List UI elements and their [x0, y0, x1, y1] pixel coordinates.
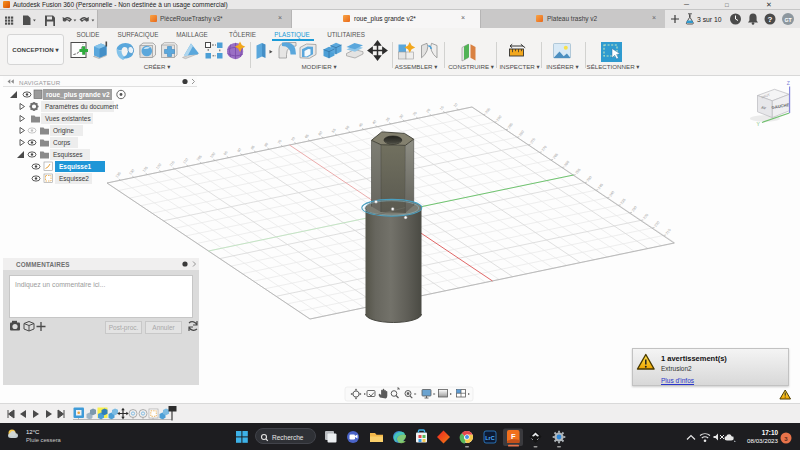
svg-text:50: 50 [345, 125, 351, 131]
svg-text:?: ? [768, 15, 773, 24]
svg-text:260: 260 [563, 160, 570, 167]
svg-text:250: 250 [586, 175, 593, 182]
svg-text:LrC: LrC [485, 435, 495, 441]
svg-text:225: 225 [642, 213, 649, 220]
svg-text:Z: Z [787, 80, 790, 86]
svg-text:240: 240 [609, 190, 616, 197]
svg-text:215: 215 [665, 228, 672, 235]
svg-text:95: 95 [223, 150, 229, 156]
svg-text:70: 70 [291, 136, 297, 142]
svg-text:Paramètres du document: Paramètres du document [45, 103, 118, 110]
svg-text:290: 290 [496, 115, 503, 122]
svg-text:Pluie cessera: Pluie cessera [26, 437, 62, 443]
svg-text:245: 245 [597, 183, 604, 190]
svg-text:17:10: 17:10 [762, 429, 779, 436]
svg-text:40: 40 [372, 120, 378, 126]
svg-text:295: 295 [484, 107, 491, 114]
svg-text:230: 230 [631, 205, 638, 212]
svg-text:Recherche: Recherche [272, 434, 304, 441]
svg-text:08/03/2023: 08/03/2023 [747, 437, 779, 444]
svg-text:35: 35 [385, 117, 391, 123]
svg-text:F: F [511, 432, 516, 441]
svg-text:25: 25 [412, 111, 418, 117]
svg-text:Origine: Origine [53, 127, 74, 135]
svg-text:65: 65 [304, 134, 310, 140]
svg-text:12°C: 12°C [26, 429, 40, 435]
svg-text:220: 220 [654, 221, 661, 228]
svg-text:255: 255 [575, 168, 582, 175]
svg-text:10: 10 [453, 103, 459, 109]
svg-text:Vues existantes: Vues existantes [45, 115, 91, 122]
svg-text:Corps: Corps [53, 139, 71, 147]
svg-text:roue_plus grande v2: roue_plus grande v2 [46, 91, 110, 99]
svg-text:Esquisses: Esquisses [53, 151, 83, 159]
svg-text:285: 285 [507, 122, 514, 129]
svg-text:20: 20 [426, 108, 432, 114]
svg-text:275: 275 [530, 137, 537, 144]
svg-text:3 sur 10: 3 sur 10 [697, 16, 722, 23]
svg-text:100: 100 [209, 152, 216, 159]
svg-text:30: 30 [399, 114, 405, 120]
svg-text:280: 280 [518, 130, 525, 137]
svg-text:GT: GT [784, 17, 792, 23]
svg-text:60: 60 [318, 131, 324, 137]
svg-text:45: 45 [358, 122, 364, 128]
svg-text:75: 75 [277, 139, 283, 145]
svg-text:270: 270 [541, 145, 548, 152]
svg-text:Esquisse1: Esquisse1 [59, 163, 92, 171]
svg-text:Esquisse2: Esquisse2 [59, 175, 89, 183]
svg-text:15: 15 [439, 105, 445, 111]
svg-text:85: 85 [250, 145, 256, 151]
svg-text:90: 90 [237, 148, 243, 154]
svg-text:80: 80 [264, 142, 270, 148]
svg-text:235: 235 [620, 198, 627, 205]
svg-text:Y: Y [757, 121, 761, 127]
svg-text:55: 55 [331, 128, 337, 134]
svg-text:265: 265 [552, 153, 559, 160]
